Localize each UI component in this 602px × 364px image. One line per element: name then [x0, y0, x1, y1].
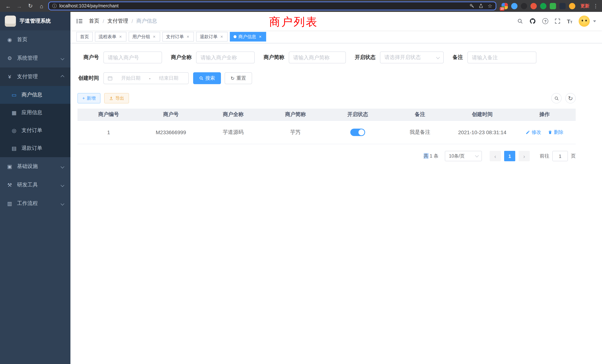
tab-refund-order[interactable]: 退款订单 × [196, 32, 228, 42]
date-range-picker[interactable]: 开始日期 - 结束日期 [103, 72, 189, 84]
close-icon[interactable]: × [219, 34, 224, 39]
merchant-table: 商户编号 商户号 商户全称 商户简称 开启状态 备注 创建时间 操作 1 M23… [77, 109, 576, 144]
tags-bar: 首页 流程表单 × 用户分组 × 支付订单 × 退款订单 × 商户信息 × [70, 30, 602, 43]
browser-back-button[interactable]: ← [4, 1, 13, 10]
chevron-down-icon [61, 183, 64, 187]
export-button[interactable]: 导出 [104, 93, 129, 103]
font-size-icon[interactable]: TT [567, 18, 572, 24]
sidebar-item-system[interactable]: ⚙ 系统管理 [0, 49, 70, 67]
page-size-select[interactable]: 10条/页 [445, 151, 482, 161]
dashboard-icon: ◉ [7, 37, 13, 43]
github-icon[interactable] [529, 18, 536, 24]
extension-icon[interactable] [521, 3, 527, 9]
table-row: 1 M233666999 芋道源码 芋艿 我是备注 2021-10-23 08:… [77, 121, 576, 144]
chevron-down-icon [61, 202, 64, 205]
tab-pay-order[interactable]: 支付订单 × [162, 32, 194, 42]
tab-label: 流程表单 [99, 33, 116, 40]
short-name-input[interactable] [289, 52, 346, 63]
tab-merchant-info[interactable]: 商户信息 × [230, 32, 266, 42]
extension-icon[interactable] [511, 3, 517, 9]
goto-page-input[interactable] [552, 151, 568, 161]
avatar[interactable] [579, 16, 590, 27]
extension-icon[interactable] [550, 3, 556, 9]
refresh-button[interactable]: ↻ [565, 93, 576, 103]
chevron-down-icon[interactable] [593, 20, 596, 22]
help-icon[interactable]: ? [542, 18, 548, 24]
target-icon: ◎ [11, 128, 17, 133]
top-navbar: 首页 / 支付管理 / 商户信息 商户列表 ? [70, 12, 602, 30]
column-header: 商户简称 [264, 109, 327, 121]
sidebar-item-label: 研发工具 [17, 182, 38, 188]
tab-process-form[interactable]: 流程表单 × [95, 32, 126, 42]
browser-update-button[interactable]: 更新 [580, 3, 589, 9]
edit-button[interactable]: 修改 [526, 129, 541, 136]
full-name-input[interactable] [196, 52, 255, 63]
breadcrumb-item[interactable]: 首页 [89, 18, 99, 24]
extension-icon[interactable] [540, 3, 546, 9]
browser-reload-button[interactable]: ↻ [26, 1, 35, 10]
close-icon[interactable]: × [258, 34, 262, 39]
browser-menu-icon[interactable]: ⋮ [593, 3, 598, 9]
app-logo[interactable]: 芋道管理系统 [0, 12, 70, 30]
browser-home-button[interactable]: ⌂ [37, 1, 46, 10]
browser-forward-button[interactable]: → [15, 1, 24, 10]
goto-page: 前往 页 [540, 151, 576, 161]
main-area: 首页 / 支付管理 / 商户信息 商户列表 ? [70, 12, 602, 364]
extension-icon[interactable] [530, 3, 537, 9]
next-page-button[interactable]: › [519, 151, 530, 161]
share-icon[interactable] [479, 3, 484, 9]
close-icon[interactable]: × [152, 34, 156, 39]
tab-home[interactable]: 首页 [76, 32, 93, 42]
table-toolbar: + 新增 导出 ↻ [77, 93, 576, 103]
current-page-button[interactable]: 1 [504, 151, 515, 161]
short-name-label: 商户简称 [264, 54, 284, 61]
fullscreen-icon[interactable] [555, 18, 561, 24]
sidebar-item-merchant-info[interactable]: ▭ 商户信息 [0, 86, 70, 104]
search-icon[interactable] [517, 18, 523, 24]
sidebar-item-pay-order[interactable]: ◎ 支付订单 [0, 122, 70, 139]
export-button-label: 导出 [115, 95, 124, 101]
sidebar-collapse-icon[interactable] [76, 18, 83, 24]
card-icon: ▭ [11, 92, 17, 98]
status-select[interactable]: 请选择开启状态 [380, 52, 444, 63]
yen-icon: ¥ [7, 74, 13, 80]
date-end-input[interactable]: 结束日期 [153, 75, 185, 82]
sidebar-item-infra[interactable]: ▣ 基础设施 [0, 157, 70, 176]
sidebar-item-workflow[interactable]: ▥ 工作流程 [0, 194, 70, 213]
reset-button[interactable]: ↻ 重置 [225, 72, 252, 84]
sidebar-item-refund-order[interactable]: ▤ 退款订单 [0, 139, 70, 157]
sidebar-item-label: 首页 [17, 36, 27, 43]
plus-icon: + [82, 96, 85, 101]
sidebar-item-payment[interactable]: ¥ 支付管理 [0, 67, 70, 86]
pagination-total: 共 1 条 [423, 153, 439, 159]
close-icon[interactable]: × [186, 34, 190, 39]
merchant-no-input[interactable] [103, 52, 162, 63]
date-start-input[interactable]: 开始日期 [115, 75, 147, 82]
remark-input[interactable] [467, 52, 536, 63]
extension-icon[interactable] [569, 3, 575, 9]
browser-window: ← → ↻ ⌂ ⓘ localhost:1024/pay/merchant ☆ [0, 0, 602, 364]
breadcrumb-item[interactable]: 支付管理 [108, 18, 128, 24]
bookmark-star-icon[interactable]: ☆ [488, 3, 492, 9]
add-button[interactable]: + 新增 [77, 93, 100, 103]
search-button[interactable]: 搜索 [193, 72, 221, 84]
close-icon[interactable]: × [118, 34, 123, 39]
delete-button[interactable]: 删除 [548, 129, 563, 136]
breadcrumb-separator: / [132, 18, 133, 24]
sidebar-item-devtools[interactable]: ⚒ 研发工具 [0, 176, 70, 194]
status-toggle[interactable] [350, 129, 365, 136]
extension-icon[interactable]: 10 [502, 3, 508, 9]
tab-user-group[interactable]: 用户分组 × [129, 32, 160, 42]
prev-page-button[interactable]: ‹ [490, 151, 501, 161]
show-search-button[interactable] [551, 93, 562, 103]
password-key-icon[interactable] [470, 3, 475, 9]
sidebar-item-home[interactable]: ◉ 首页 [0, 30, 70, 49]
page-info-icon[interactable]: ⓘ [52, 3, 57, 9]
breadcrumb: 首页 / 支付管理 / 商户信息 [89, 18, 157, 24]
extension-icon[interactable] [559, 3, 566, 9]
sidebar-item-app-info[interactable]: ▦ 应用信息 [0, 104, 70, 122]
merchant-no-label: 商户号 [77, 54, 99, 61]
address-bar[interactable]: ⓘ localhost:1024/pay/merchant ☆ [48, 1, 496, 10]
sidebar-item-label: 退款订单 [22, 145, 42, 152]
browser-chrome: ← → ↻ ⌂ ⓘ localhost:1024/pay/merchant ☆ [0, 0, 602, 12]
